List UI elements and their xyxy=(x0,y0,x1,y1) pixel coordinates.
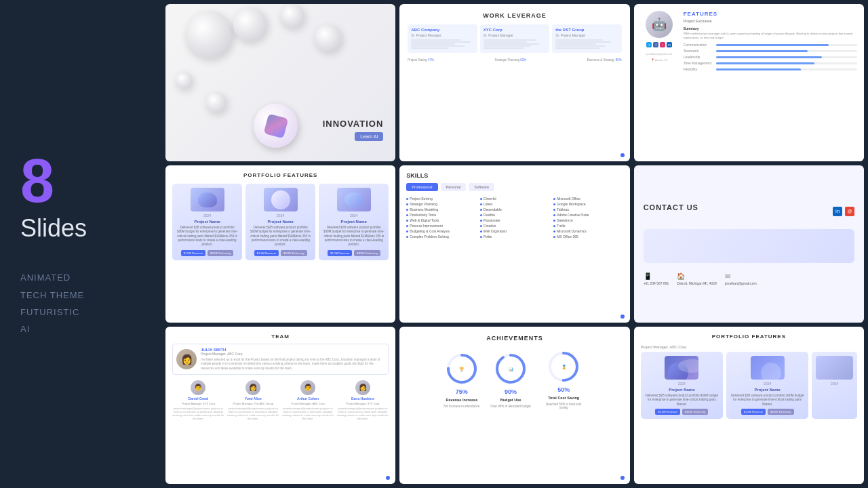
wl-card-3-sub: Sr. Project Manager xyxy=(555,33,618,37)
pf-card-3-name: Project Name xyxy=(341,220,367,224)
wl-card-1-sub: Sr. Project Manager xyxy=(411,33,473,37)
wl-card-3-title: the RST Group xyxy=(555,28,618,32)
stat-2-sub: Over 90% of allocated budget xyxy=(490,405,530,408)
member-4-name: Dana Hawkins xyxy=(351,396,374,401)
contact-phone: +01 234 567 891 xyxy=(644,281,669,285)
slide-innovation[interactable]: INNOVATION Learn AI xyxy=(165,4,395,161)
tag-tech: TECH THEME xyxy=(20,287,141,303)
member-1-role: Project Manager, XYZ Corp xyxy=(182,402,215,405)
stat-3-label: Total Cost Saving xyxy=(548,396,579,400)
pf2-card-1-name: Project Name xyxy=(669,388,694,392)
contact-location: Detroit, Michigan MI, 4028 xyxy=(677,281,716,285)
stat-2-icon: 📊 xyxy=(509,366,513,371)
slide-portfolio-2[interactable]: PORTFOLIO FEATURES Project Manager, ABC … xyxy=(634,327,864,484)
wl-card-2: XYC Corp Sr. Project Manager xyxy=(480,24,549,53)
wl-card-2-title: XYC Corp xyxy=(484,28,546,32)
stat-1-icon: 🏆 xyxy=(459,366,464,371)
work-leverage-title: WORK LEVERAGE xyxy=(408,12,621,19)
member-4: 👩 Dana Hawkins Project Manager, XYZ Corp… xyxy=(336,380,389,421)
slide-work-leverage[interactable]: WORK LEVERAGE ABC Company Sr. Project Ma… xyxy=(399,4,629,161)
team-title: TEAM xyxy=(172,333,389,340)
member-2-name: Yumi Alice xyxy=(245,396,262,401)
stat-2-label: Budget Use xyxy=(500,398,521,402)
main-person-bio: I've been selected as a result for the P… xyxy=(201,358,384,371)
stat-1-value: 75% xyxy=(456,388,468,395)
member-3: 👨 Arthur Cohen Project Manager, ABC Corp… xyxy=(282,380,334,421)
contact-us-title: CONTACT US xyxy=(644,203,698,211)
pf2-card-1: 2024 Project Name Delivered $2B software… xyxy=(641,352,723,419)
member-2: 👩 Yumi Alice Project Manager, The ABC Gr… xyxy=(227,380,279,421)
member-3-name: Arthur Cohen xyxy=(297,396,319,401)
contact-email: jonathan@gmail.com xyxy=(725,281,757,285)
stat-1-label: Revenue Increase xyxy=(446,398,477,402)
tag-ai: AI xyxy=(20,321,141,337)
linkedin-icon: in xyxy=(833,207,842,216)
stat-3-sub: Reached 50% in total cost saving xyxy=(542,403,586,409)
pf2-card-2: 2024 Project Name Delivered $2B software… xyxy=(726,352,808,419)
member-2-role: Project Manager, The ABC Group xyxy=(233,402,273,405)
slide-count: 8 xyxy=(20,150,141,211)
wl-card-1: ABC Company Sr. Project Manager xyxy=(408,24,477,53)
tab-software[interactable]: Software xyxy=(469,183,494,191)
slide-portfolio-1[interactable]: PORTFOLIO FEATURES 2024 Project Name Del… xyxy=(165,165,395,323)
email-icon-sm: @ xyxy=(845,207,854,216)
pf-card-3: 2024 Project Name Delivered $2B software… xyxy=(319,184,389,260)
slide-achievements[interactable]: ACHIEVEMENTS 🏆 75% Revenue Increase 5% i… xyxy=(399,327,629,484)
slides-label: Slides xyxy=(20,214,141,243)
features-sub: Project Exclusive xyxy=(684,19,857,23)
phone-icon: 📱 xyxy=(644,272,669,280)
stat-1-sub: 5% increase in attendance xyxy=(443,405,479,408)
features-title: FEATURES xyxy=(684,11,857,17)
member-3-role: Project Manager, ABC Corp xyxy=(292,402,325,405)
pf2-card-2-name: Project Name xyxy=(754,388,780,392)
left-panel: 8 Slides ANIMATED TECH THEME FUTURISTIC … xyxy=(0,0,161,488)
portfolio-title-1: PORTFOLIO FEATURES xyxy=(172,172,389,178)
member-1: 👨 Daniel Good Project Manager, XYZ Corp … xyxy=(172,380,224,421)
main-person-role: Project Manager, ABC Corp xyxy=(201,352,384,356)
profile-avatar: 🤖 xyxy=(646,11,673,38)
slide-innovation-title: INNOVATION xyxy=(323,119,384,129)
stat-3-icon: 🏅 xyxy=(561,365,566,369)
tab-personal[interactable]: Personal xyxy=(441,183,467,191)
slides-grid: INNOVATION Learn AI WORK LEVERAGE ABC Co… xyxy=(161,0,868,488)
stat-2-value: 90% xyxy=(505,388,517,395)
tab-professional[interactable]: Professional xyxy=(406,183,437,191)
location-icon: 🏠 xyxy=(677,272,716,280)
slide-contact-us[interactable]: CONTACT US in @ 📱 +01 234 567 891 🏠 Detr… xyxy=(634,165,864,323)
slide-features-profile[interactable]: 🤖 t f i in jonathan@gmail.com 📍 Austin, … xyxy=(634,4,864,161)
pf2-card-3-partial: 2024 xyxy=(812,352,857,419)
tag-animated: ANIMATED xyxy=(20,270,141,285)
pf-card-2: 2024 Project Name Delivered $2B software… xyxy=(245,184,315,260)
email-icon: ✉ xyxy=(725,272,757,280)
slide-innovation-btn[interactable]: Learn AI xyxy=(355,132,383,141)
pf-card-2-name: Project Name xyxy=(267,220,293,224)
stat-3-value: 50% xyxy=(557,386,570,393)
portfolio-title-2: PORTFOLIO FEATURES xyxy=(641,333,857,340)
pf-card-1-name: Project Name xyxy=(194,220,220,224)
member-4-role: Project Manager, XYZ Corp xyxy=(346,402,379,405)
wl-card-1-title: ABC Company xyxy=(411,28,473,32)
achievements-title: ACHIEVEMENTS xyxy=(486,335,543,342)
member-1-name: Daniel Good xyxy=(189,396,208,401)
skills-title: SKILLS xyxy=(406,172,623,179)
wl-card-2-sub: Sr. Project Manager xyxy=(484,33,546,37)
pf-card-1: 2024 Project Name Delivered $2B software… xyxy=(172,184,242,260)
tag-futuristic: FUTURISTIC xyxy=(20,304,141,320)
slide-team[interactable]: TEAM 👩 JULIA SMITH Project Manager, ABC … xyxy=(165,327,395,484)
wl-card-3: the RST Group Sr. Project Manager xyxy=(552,24,621,53)
slide-skills[interactable]: SKILLS Professional Personal Software Pr… xyxy=(399,165,629,323)
